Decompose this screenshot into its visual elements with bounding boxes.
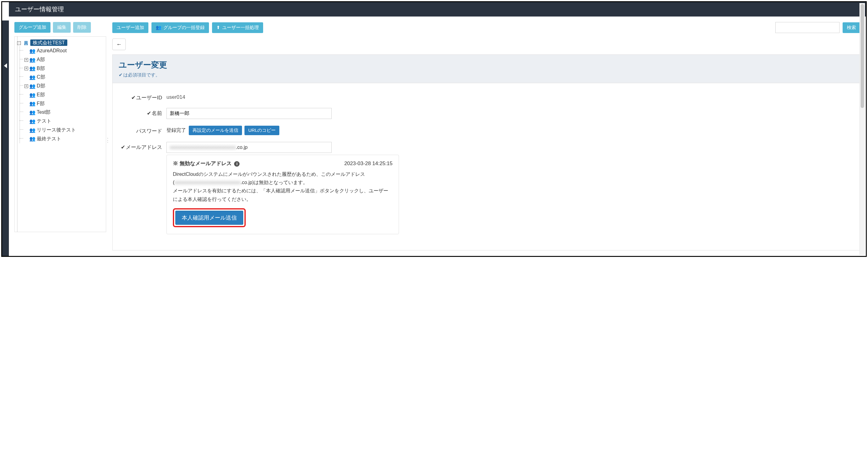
- email-field[interactable]: xxxxxxxxxxxxxxxxxxxxxxxxxxx.co.jp: [166, 142, 332, 153]
- scrollbar-track[interactable]: [860, 3, 865, 255]
- user-id-label-text: ユーザーID: [136, 95, 162, 101]
- expand-icon[interactable]: +: [25, 85, 28, 88]
- tree-node-label: リリース後テスト: [37, 127, 76, 132]
- group-icon: 👥: [29, 101, 35, 106]
- scrollbar-thumb[interactable]: [861, 4, 864, 108]
- group-icon: 👥: [29, 128, 35, 133]
- tree-node[interactable]: 👥F部: [24, 99, 105, 108]
- search-button[interactable]: 検索: [843, 22, 860, 33]
- svg-rect-1: [25, 41, 26, 42]
- verify-button-highlight: 本人確認用メール送信: [173, 208, 246, 227]
- notice-prefix: ※: [173, 161, 180, 166]
- panel-title: ユーザー変更: [119, 60, 854, 70]
- notice-body: DirectCloudのシステムにメールがバウンスされた履歴があるため、このメー…: [173, 170, 393, 203]
- collapse-icon[interactable]: −: [17, 41, 21, 45]
- tree-node[interactable]: +👥B部: [24, 64, 105, 73]
- building-icon: [23, 40, 30, 45]
- group-tree: − 株式会社TEST 👥AzureADRoot +👥A部 +👥B部 👥C部: [14, 36, 106, 232]
- tree-node[interactable]: 👥リリース後テスト: [24, 126, 105, 135]
- email-label: ✔メールアドレス: [119, 142, 166, 151]
- group-icon: 👥: [29, 57, 35, 62]
- password-label: パスワード: [119, 126, 166, 135]
- group-icon: 👥: [29, 84, 35, 89]
- group-icon: 👥: [29, 92, 35, 98]
- tree-node[interactable]: 👥AzureADRoot: [24, 46, 105, 55]
- expand-icon[interactable]: +: [25, 58, 28, 62]
- svg-rect-5: [26, 44, 27, 45]
- tree-node-label: C部: [37, 74, 45, 79]
- check-icon: ✔: [121, 144, 125, 150]
- notice-timestamp: 2023-03-28 14:25:15: [344, 161, 393, 167]
- tree-resize-handle[interactable]: [105, 134, 107, 146]
- group-icon: 👥: [156, 25, 161, 30]
- required-note-text: は必須項目です。: [123, 72, 160, 77]
- notice-line1b: .co.jp)は無効となっています。: [241, 180, 308, 185]
- group-icon: 👥: [29, 75, 35, 80]
- name-field[interactable]: [166, 108, 332, 119]
- tree-node-label: A部: [37, 57, 45, 62]
- group-icon: 👥: [29, 48, 35, 54]
- add-group-button[interactable]: グループ追加: [14, 22, 51, 33]
- tree-node[interactable]: 👥C部: [24, 73, 105, 81]
- tree-node[interactable]: +👥A部: [24, 55, 105, 64]
- bulk-user-button[interactable]: ⬆ ユーザー一括処理: [212, 22, 263, 33]
- bulk-group-label: グループの一括登録: [163, 25, 205, 31]
- search-input[interactable]: [775, 22, 840, 33]
- left-nav-sliver: [2, 21, 9, 256]
- upload-icon: ⬆: [216, 25, 220, 30]
- verify-email-button[interactable]: 本人確認用メール送信: [175, 211, 243, 225]
- resend-password-button[interactable]: 再設定のメールを送信: [189, 126, 242, 135]
- add-user-button[interactable]: ユーザー追加: [112, 22, 148, 33]
- svg-rect-3: [25, 42, 26, 43]
- expand-icon[interactable]: +: [25, 67, 28, 70]
- required-note: ✔は必須項目です。: [119, 72, 854, 78]
- password-status: 登録完了: [166, 126, 186, 133]
- tree-node[interactable]: 👥最終テスト: [24, 135, 105, 143]
- tree-node[interactable]: +👥D部: [24, 81, 105, 91]
- tree-node[interactable]: 👥Test部: [24, 108, 105, 117]
- bulk-user-label: ユーザー一括処理: [222, 25, 259, 31]
- notice-title: 無効なメールアドレス: [180, 161, 231, 166]
- group-icon: 👥: [29, 119, 35, 124]
- group-icon: 👥: [29, 66, 35, 71]
- svg-rect-4: [27, 42, 27, 43]
- tree-node-label: D部: [37, 83, 45, 88]
- invalid-email-notice: ※ 無効なメールアドレス i 2023-03-28 14:25:15 Direc…: [166, 155, 399, 234]
- email-suffix: .co.jp: [236, 145, 248, 150]
- check-icon: ✔: [147, 110, 151, 116]
- email-label-text: メールアドレス: [126, 144, 162, 150]
- group-icon: 👥: [29, 136, 35, 141]
- check-icon: ✔: [119, 72, 123, 77]
- info-icon[interactable]: i: [234, 161, 240, 167]
- check-icon: ✔: [131, 95, 135, 101]
- url-copy-button[interactable]: URLのコピー: [244, 126, 279, 135]
- page-title-bar: ユーザー情報管理: [9, 2, 866, 17]
- arrow-left-icon: ←: [116, 41, 122, 47]
- bulk-group-button[interactable]: 👥 グループの一括登録: [151, 22, 209, 33]
- user-id-value: user014: [166, 92, 399, 100]
- name-label: ✔名前: [119, 108, 166, 117]
- delete-button[interactable]: 削除: [73, 22, 91, 33]
- edit-button[interactable]: 編集: [53, 22, 71, 33]
- tree-node-label: 最終テスト: [37, 136, 61, 141]
- user-id-label: ✔ユーザーID: [119, 92, 166, 101]
- notice-mask: xxxxxxxxxxxxxxxxxxxxxxxxxxx: [175, 180, 241, 185]
- tree-node[interactable]: 👥テスト: [24, 117, 105, 126]
- tree-node-label: Test部: [37, 109, 51, 115]
- tree-node-label: テスト: [37, 118, 52, 124]
- tree-root[interactable]: − 株式会社TEST 👥AzureADRoot +👥A部 +👥B部 👥C部: [17, 38, 105, 144]
- email-masked: xxxxxxxxxxxxxxxxxxxxxxxxxxx: [170, 145, 236, 150]
- tree-node-label: F部: [37, 101, 45, 106]
- name-label-text: 名前: [152, 110, 162, 116]
- page-title: ユーザー情報管理: [15, 6, 64, 12]
- svg-rect-2: [27, 41, 27, 42]
- tree-node[interactable]: 👥E部: [24, 91, 105, 99]
- tree-node-label: AzureADRoot: [37, 48, 67, 53]
- notice-line2: メールアドレスを有効にするためには、「本人確認用メール送信」ボタンをクリックし、…: [173, 188, 388, 201]
- tree-root-label[interactable]: 株式会社TEST: [30, 39, 67, 46]
- tree-node-label: E部: [37, 92, 45, 97]
- tree-node-label: B部: [37, 66, 45, 71]
- group-icon: 👥: [29, 110, 35, 115]
- back-button[interactable]: ←: [112, 38, 126, 50]
- panel-header: ユーザー変更 ✔は必須項目です。: [112, 55, 860, 83]
